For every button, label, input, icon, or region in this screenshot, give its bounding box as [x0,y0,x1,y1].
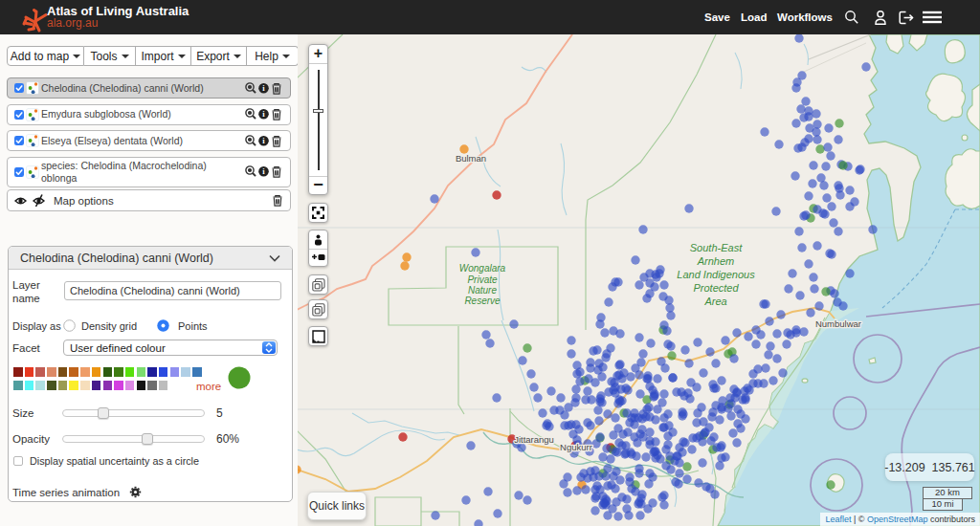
svg-text:Private: Private [467,274,498,285]
svg-text:Wongalara: Wongalara [459,263,506,274]
svg-text:Arnhem: Arnhem [697,255,735,267]
svg-text:Protected: Protected [693,282,739,294]
svg-text:Numbulwar: Numbulwar [815,318,861,329]
svg-text:Ngukurr: Ngukurr [560,442,592,452]
svg-text:Area: Area [703,296,726,307]
svg-text:Reserve: Reserve [464,296,501,306]
svg-text:Nature: Nature [468,285,497,296]
svg-text:Land Indigenous: Land Indigenous [677,269,755,280]
svg-text:Bulman: Bulman [456,153,486,164]
svg-text:South-East: South-East [690,242,743,253]
svg-text:Jittarangu: Jittarangu [514,434,554,445]
